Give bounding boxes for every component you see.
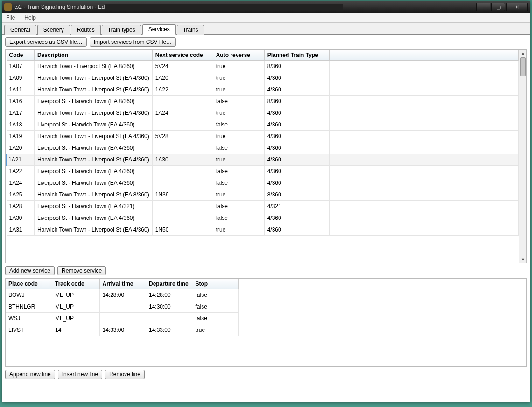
cell-code[interactable]: 1A28 [7, 201, 35, 212]
cell-track[interactable]: ML_UP [52, 313, 99, 324]
cell-arr[interactable]: 14:28:00 [99, 289, 146, 301]
cell-ptt[interactable]: 4/360 [264, 224, 329, 236]
table-row[interactable]: 1A07Harwich Town - Liverpool St (EA 8/36… [7, 61, 519, 72]
col-header-description[interactable]: Description [35, 50, 153, 61]
menu-file[interactable]: File [4, 14, 17, 22]
cell-desc[interactable]: Harwich Town Town - Liverpool St (EA 4/3… [35, 131, 153, 142]
cell-next[interactable] [152, 166, 213, 177]
table-row[interactable]: 1A11Harwich Town Town - Liverpool St (EA… [7, 84, 519, 96]
cell-next[interactable] [152, 96, 213, 107]
cell-code[interactable]: 1A09 [7, 72, 35, 84]
cell-ptt[interactable]: 8/360 [264, 96, 329, 107]
cell-desc[interactable]: Harwich Town Town - Liverpool St (EA 4/3… [35, 84, 153, 96]
cell-auto[interactable]: false [213, 201, 264, 212]
cell-place[interactable]: BTHNLGR [6, 301, 52, 313]
cell-desc[interactable]: Harwich Town Town - Liverpool St (EA 4/3… [35, 107, 153, 119]
cell-code[interactable]: 1A19 [7, 131, 35, 142]
cell-auto[interactable]: false [213, 96, 264, 107]
remove-service-button[interactable]: Remove service [57, 266, 106, 275]
col-header-planned-train-type[interactable]: Planned Train Type [264, 50, 329, 61]
table-row[interactable]: 1A31Harwich Town Town - Liverpool St (EA… [7, 224, 519, 236]
cell-next[interactable]: 5V24 [152, 61, 213, 72]
cell-ptt[interactable]: 4/321 [264, 201, 329, 212]
remove-line-button[interactable]: Remove line [105, 370, 145, 379]
cell-code[interactable]: 1A11 [7, 84, 35, 96]
cell-dep[interactable] [146, 313, 192, 324]
tab-services[interactable]: Services [142, 24, 176, 35]
cell-desc[interactable]: Harwich Town Town - Liverpool St (EA 4/3… [35, 224, 153, 236]
import-csv-button[interactable]: Import services from CSV file… [90, 37, 176, 47]
tab-routes[interactable]: Routes [71, 25, 101, 35]
table-row[interactable]: 1A30Liverpool St - Harwich Town (EA 4/36… [7, 212, 519, 224]
cell-auto[interactable]: true [213, 107, 264, 119]
cell-arr[interactable]: 14:33:00 [99, 324, 146, 336]
cell-code[interactable]: 1A16 [7, 96, 35, 107]
cell-ptt[interactable]: 8/360 [264, 61, 329, 72]
cell-auto[interactable]: false [213, 177, 264, 189]
export-csv-button[interactable]: Export services as CSV file… [5, 37, 87, 47]
cell-desc[interactable]: Liverpool St - Harwich Town (EA 4/321) [35, 201, 153, 212]
tab-train-types[interactable]: Train types [102, 25, 141, 35]
table-row[interactable]: 1A24Liverpool St - Harwich Town (EA 4/36… [7, 177, 519, 189]
cell-track[interactable]: 14 [52, 324, 99, 336]
cell-track[interactable]: ML_UP [52, 301, 99, 313]
cell-auto[interactable]: false [213, 212, 264, 224]
cell-code[interactable]: 1A22 [7, 166, 35, 177]
cell-auto[interactable]: true [213, 154, 264, 166]
col-header-place-code[interactable]: Place code [6, 279, 52, 289]
cell-desc[interactable]: Harwich Town Town - Liverpool St (EA 4/3… [35, 154, 153, 166]
col-header-auto-reverse[interactable]: Auto reverse [213, 50, 264, 61]
cell-code[interactable]: 1A18 [7, 119, 35, 131]
cell-code[interactable]: 1A24 [7, 177, 35, 189]
cell-desc[interactable]: Harwich Town Town - Liverpool St (EA 4/3… [35, 72, 153, 84]
cell-auto[interactable]: false [213, 166, 264, 177]
cell-auto[interactable]: true [213, 189, 264, 201]
cell-ptt[interactable]: 4/360 [264, 84, 329, 96]
table-row[interactable]: 1A17Harwich Town Town - Liverpool St (EA… [7, 107, 519, 119]
maximize-button[interactable]: ▢ [491, 3, 505, 11]
cell-code[interactable]: 1A25 [7, 189, 35, 201]
cell-code[interactable]: 1A20 [7, 142, 35, 154]
cell-desc[interactable]: Liverpool St - Harwich Town (EA 4/360) [35, 119, 153, 131]
cell-place[interactable]: BOWJ [6, 289, 52, 301]
services-table[interactable]: Code Description Next service code Auto … [6, 50, 519, 236]
cell-stop[interactable]: true [192, 324, 239, 336]
append-line-button[interactable]: Append new line [5, 370, 55, 379]
cell-ptt[interactable]: 4/360 [264, 166, 329, 177]
cell-place[interactable]: WSJ [6, 313, 52, 324]
cell-next[interactable] [152, 201, 213, 212]
cell-ptt[interactable]: 4/360 [264, 154, 329, 166]
table-row[interactable]: 1A28Liverpool St - Harwich Town (EA 4/32… [7, 201, 519, 212]
table-row[interactable]: 1A25Harwich Town Town - Liverpool St (EA… [7, 189, 519, 201]
table-row[interactable]: LIVST1414:33:0014:33:00true [6, 324, 239, 336]
cell-auto[interactable]: false [213, 142, 264, 154]
table-row[interactable]: 1A22Liverpool St - Harwich Town (EA 4/36… [7, 166, 519, 177]
insert-line-button[interactable]: Insert new line [58, 370, 102, 379]
cell-track[interactable]: ML_UP [52, 289, 99, 301]
cell-stop[interactable]: false [192, 313, 239, 324]
cell-next[interactable] [152, 119, 213, 131]
cell-auto[interactable]: true [213, 84, 264, 96]
cell-code[interactable]: 1A30 [7, 212, 35, 224]
cell-auto[interactable]: false [213, 119, 264, 131]
scroll-thumb[interactable] [520, 57, 526, 76]
cell-desc[interactable]: Liverpool St - Harwich Town (EA 4/360) [35, 142, 153, 154]
cell-next[interactable] [152, 177, 213, 189]
cell-auto[interactable]: true [213, 61, 264, 72]
cell-dep[interactable]: 14:33:00 [146, 324, 192, 336]
cell-ptt[interactable]: 4/360 [264, 119, 329, 131]
cell-stop[interactable]: false [192, 289, 239, 301]
cell-ptt[interactable]: 4/360 [264, 142, 329, 154]
cell-next[interactable] [152, 212, 213, 224]
cell-code[interactable]: 1A31 [7, 224, 35, 236]
cell-ptt[interactable]: 4/360 [264, 212, 329, 224]
table-row[interactable]: 1A09Harwich Town Town - Liverpool St (EA… [7, 72, 519, 84]
cell-auto[interactable]: true [213, 224, 264, 236]
titlebar[interactable]: ts2 - Train Signalling Simulation - Ed██… [2, 1, 530, 13]
cell-arr[interactable] [99, 313, 146, 324]
cell-next[interactable]: 1A24 [152, 107, 213, 119]
cell-ptt[interactable]: 4/360 [264, 177, 329, 189]
cell-next[interactable]: 1N36 [152, 189, 213, 201]
scroll-down-icon[interactable]: ▼ [520, 256, 526, 263]
cell-arr[interactable] [99, 301, 146, 313]
